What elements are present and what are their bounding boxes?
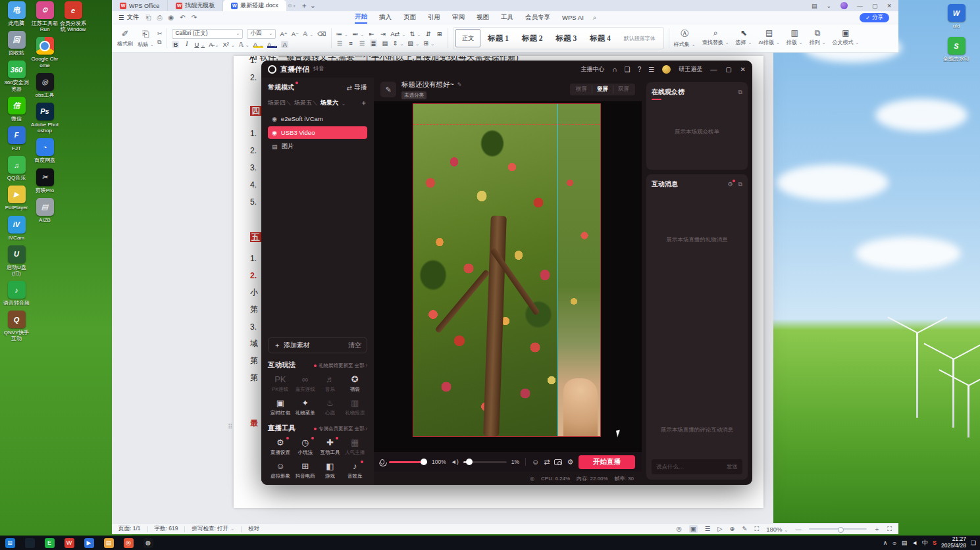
- document-tab[interactable]: W 找靓壳模板: [168, 0, 223, 11]
- taskbar-app[interactable]: W: [59, 536, 79, 550]
- clock[interactable]: 21:27 2025/4/28: [941, 536, 966, 549]
- menu-tab[interactable]: 审阅: [452, 12, 465, 23]
- char-scale-button[interactable]: A⇄: [390, 30, 405, 38]
- bullet-list-button[interactable]: ≔: [336, 30, 348, 38]
- scene-tab[interactable]: 场景四: [268, 99, 286, 107]
- scene-tab[interactable]: 场景六: [312, 99, 338, 107]
- font-smaller-button[interactable]: A⁻: [292, 30, 299, 38]
- style-item[interactable]: 标题 4: [584, 29, 617, 47]
- camera-preview[interactable]: [413, 104, 600, 436]
- view-mode-icon[interactable]: ▷: [717, 525, 722, 533]
- header-icon[interactable]: ☰: [648, 66, 654, 73]
- tool-feature-button[interactable]: ⊞ 抖音电商: [293, 462, 318, 480]
- tray-icon[interactable]: 中: [922, 539, 928, 547]
- taskbar-app[interactable]: [20, 536, 39, 550]
- font-size-select[interactable]: 小四: [247, 29, 276, 39]
- document-tab[interactable]: W WPS Office: [112, 0, 168, 11]
- tool-feature-button[interactable]: ◧ 游戏: [318, 462, 343, 480]
- header-icon[interactable]: ❑: [625, 66, 631, 73]
- taskbar-app[interactable]: E: [39, 536, 59, 550]
- clear-button[interactable]: 清空: [348, 341, 361, 350]
- desktop-icon[interactable]: e 会员分发系统 Windows…: [59, 1, 87, 33]
- proofread-button[interactable]: 校对: [248, 525, 259, 533]
- line-spacing-button[interactable]: ⇅: [409, 30, 421, 38]
- anchor-center-link[interactable]: 主播中心: [580, 65, 604, 74]
- numbered-list-button[interactable]: ≕: [352, 30, 364, 38]
- show-marks-button[interactable]: ⊞: [436, 30, 443, 38]
- play-feature-button[interactable]: ✦ 礼物菜单: [293, 399, 318, 416]
- start-live-button[interactable]: 开始直播: [579, 455, 635, 469]
- view-mode-icon[interactable]: ⛶: [755, 525, 760, 533]
- minimize-button[interactable]: —: [710, 66, 717, 73]
- desktop-icon[interactable]: ✂ 剪映Pro: [31, 168, 59, 193]
- menu-tab[interactable]: 会员专享: [525, 12, 550, 23]
- source-item[interactable]: ◉ USB3 Video: [268, 126, 367, 139]
- desktop-icon[interactable]: U 启动U盘(们): [3, 245, 30, 276]
- shading-button[interactable]: ▨: [407, 39, 419, 47]
- desktop-icon[interactable]: Q QNVY快手互动: [3, 311, 30, 341]
- close-button[interactable]: ✕: [740, 66, 746, 73]
- font-name-select[interactable]: Calibri (正文): [172, 29, 243, 39]
- indent-button[interactable]: ⇥: [379, 30, 386, 38]
- member-update-badge[interactable]: 专属会员更新至全部 ›: [314, 426, 367, 432]
- menu-tab[interactable]: 引用: [428, 12, 440, 23]
- play-feature-button[interactable]: ✪ 福袋: [342, 375, 367, 393]
- chevron-down-icon[interactable]: ⌄: [826, 3, 831, 9]
- quick-toolbar-icon[interactable]: ◉: [168, 14, 174, 21]
- maximize-button[interactable]: ▢: [725, 66, 731, 73]
- layout-icon[interactable]: ▤: [812, 3, 817, 9]
- desktop-icon[interactable]: ◎ obs工具: [31, 73, 59, 98]
- taskbar-app[interactable]: ◍: [138, 536, 158, 550]
- beauty-icon[interactable]: ☺: [532, 458, 539, 466]
- preview-canvas[interactable]: [374, 101, 642, 452]
- orientation-option[interactable]: 横屏: [576, 86, 587, 93]
- bold-button[interactable]: B: [172, 41, 179, 48]
- desktop-icon[interactable]: ⚙ 江苏工具箱 Run: [31, 1, 59, 32]
- ribbon-tool-button[interactable]: ▣ 公文模式: [833, 28, 860, 48]
- view-mode-icon[interactable]: ◎: [676, 525, 681, 533]
- new-tab-button[interactable]: ＋ ⌄: [301, 1, 316, 11]
- align-center-button[interactable]: ≡: [348, 39, 355, 47]
- desktop-icon[interactable]: 电 此电脑: [3, 1, 30, 26]
- tool-feature-button[interactable]: ⚙ 直播设置: [268, 438, 293, 456]
- desktop-icon[interactable]: ♫ QQ音乐: [3, 156, 30, 181]
- desktop-icon[interactable]: 360 360安全浏览器: [3, 61, 30, 91]
- desktop-icon[interactable]: ▶ PotPlayer: [3, 186, 30, 211]
- align-justify-button[interactable]: ≣: [370, 39, 378, 47]
- play-feature-button[interactable]: PK PK连线: [268, 375, 293, 393]
- menu-tab[interactable]: 页面: [403, 12, 416, 23]
- align-right-button[interactable]: ☰: [359, 39, 366, 47]
- mic-volume-slider[interactable]: [389, 461, 427, 463]
- add-material-button[interactable]: ＋添加素材: [274, 341, 310, 350]
- align-left-button[interactable]: ☰: [336, 39, 344, 47]
- ribbon-tool-button[interactable]: ⧉ 排列: [810, 28, 826, 48]
- mode-select[interactable]: 常规模式: [268, 83, 294, 92]
- chat-input[interactable]: 说点什么… 发送: [652, 459, 742, 474]
- desktop-icon[interactable]: ♪ 语音转音频: [3, 281, 30, 306]
- play-feature-button[interactable]: ♨ 心愿: [318, 399, 343, 416]
- avatar[interactable]: [840, 2, 848, 9]
- speaker-volume-slider[interactable]: [463, 461, 507, 463]
- underline-button[interactable]: U: [194, 41, 205, 48]
- taskbar-app[interactable]: ⊞: [0, 536, 20, 550]
- send-button[interactable]: 发送: [727, 463, 738, 471]
- ribbon-tool-button[interactable]: ⌕ 查找替换: [702, 28, 729, 48]
- menu-tab[interactable]: 视图: [477, 12, 489, 23]
- clear-format-button[interactable]: ⌫: [317, 30, 326, 38]
- file-menu[interactable]: ☰文件: [112, 13, 146, 22]
- font-color-button[interactable]: A: [267, 41, 277, 48]
- zoom-slider[interactable]: [809, 528, 867, 530]
- header-icon[interactable]: ?: [638, 66, 642, 73]
- outdent-button[interactable]: ⇤: [368, 30, 375, 38]
- message-settings-gear-icon[interactable]: ⚙: [727, 181, 733, 188]
- orientation-option[interactable]: 双屏: [613, 86, 629, 93]
- highlight-color-button[interactable]: A: [253, 41, 263, 48]
- style-item[interactable]: 标题 1: [482, 29, 515, 47]
- style-item[interactable]: 正文: [455, 29, 480, 47]
- stream-title-text[interactable]: 标题还没有想好~: [401, 80, 454, 89]
- document-tab[interactable]: W 最新搭建.docx: [223, 0, 286, 11]
- menu-tab[interactable]: 开始: [355, 11, 367, 24]
- tool-feature-button[interactable]: ☺ 虚拟形象: [268, 462, 293, 480]
- view-mode-icon[interactable]: ⊕: [730, 525, 735, 533]
- tray-icon[interactable]: S: [933, 539, 937, 546]
